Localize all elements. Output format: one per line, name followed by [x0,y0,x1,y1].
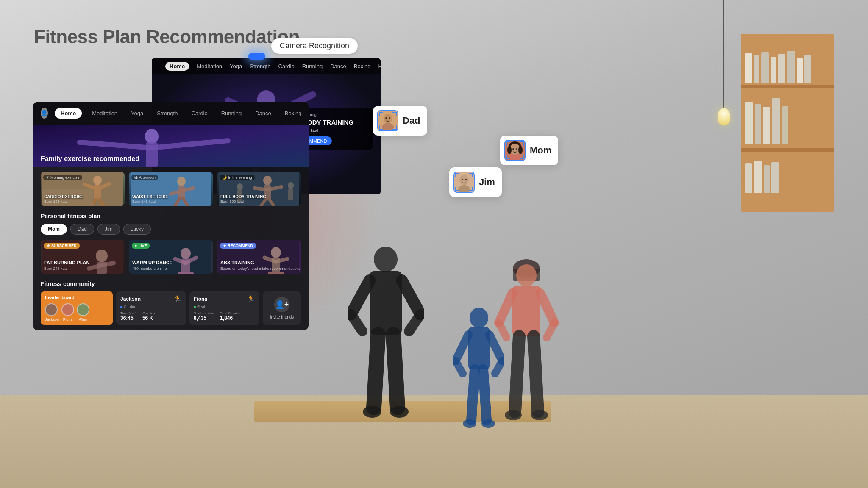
mom-name: Mom [530,145,551,156]
nav-cardio[interactable]: Cardio [188,108,211,119]
jackson-stat-time: Time (min) 36:45 [120,311,136,321]
svg-point-38 [288,182,294,189]
book [754,161,762,193]
svg-line-71 [456,335,468,361]
svg-line-44 [102,263,114,265]
fiona-stat-duration: Total duration 8,435 [194,311,214,321]
svg-point-46 [181,248,191,259]
svg-point-67 [363,406,381,418]
fat-burning-badge: ★ SUBSCRIBED [44,243,80,249]
nav-yoga[interactable]: Yoga [128,108,147,119]
svg-line-65 [374,335,378,408]
jackson-stat-cal: Calories 56 K [142,311,155,321]
nav-meditation[interactable]: Meditation [89,108,121,119]
tv-nav-boxing[interactable]: Boxing [354,63,371,69]
svg-point-8 [145,129,159,144]
tv-nav-dance[interactable]: Dance [330,63,346,69]
invite-label: Invite friends [270,315,294,319]
leaderboard-avatars: Jackson Fiona Allen [45,303,108,322]
leaderboard-title: Leader board [45,295,108,300]
svg-point-59 [374,247,398,272]
afternoon-card-title: WAIST EXERCISE [132,194,168,199]
svg-point-89 [505,410,522,420]
leaderboard-member-1: Jackson [45,303,59,322]
tv-nav: Home Meditation Yoga Strength Cardio Run… [152,58,381,74]
svg-line-88 [534,336,538,412]
book [745,163,752,193]
page-title: Fitness Plan Recommendation [34,26,300,47]
tv-nav-yoga[interactable]: Yoga [230,63,242,69]
nav-dance[interactable]: Dance [252,108,275,119]
svg-line-85 [499,323,506,338]
svg-point-105 [459,175,469,185]
fiona-name: Fiona [194,296,207,302]
afternoon-card-kcal: Burn 145 kcal [132,200,156,204]
plan-card-fat-burning[interactable]: ★ SUBSCRIBED FAT BURNING PLAN Burn 245 k… [41,240,125,274]
exercise-card-evening[interactable]: 🌙 In the evening FULL BODY TRAINING Burn… [217,172,301,206]
morning-time-badge: ☀ Morning exercise [43,175,82,180]
nav-boxing[interactable]: Boxing [281,108,305,119]
jackson-card: Jackson 🏃 Cardio Time (min) 36:45 Calori… [116,291,186,325]
svg-point-101 [512,148,514,150]
morning-card-title: CARDIO EXERCISE [44,194,83,199]
person-dad-silhouette [348,247,424,437]
afternoon-time-badge: 🌤 Afternoon [131,175,158,180]
svg-line-61 [351,280,370,314]
camera-dot [248,53,265,60]
svg-line-75 [471,369,475,420]
leaderboard-card: Leader board Jackson Fiona Allen [41,291,113,325]
invite-icon: 👤+ [274,297,289,312]
tv-nav-hiit[interactable]: HIIT [378,63,381,69]
fat-burning-sub: Burn 245 kcal [44,266,67,271]
fiona-card: Fiona 🏃 Real Total duration 8,435 Total … [189,291,259,325]
nav-running[interactable]: Running [218,108,245,119]
personal-plan-title: Personal fitness plan [41,213,301,219]
tab-jim[interactable]: Jim [97,224,120,235]
tab-mom[interactable]: Mom [41,224,67,235]
dad-avatar [377,110,398,131]
svg-line-84 [540,293,554,323]
svg-line-62 [402,280,420,314]
tv-nav-running[interactable]: Running [302,63,323,69]
svg-line-87 [515,336,519,412]
shelf [741,85,834,88]
plan-cards-row: ★ SUBSCRIBED FAT BURNING PLAN Burn 245 k… [41,240,301,274]
svg-line-64 [409,314,420,331]
tv-nav-strength[interactable]: Strength [250,63,270,69]
book [761,52,769,83]
dad-name: Dad [403,115,420,126]
plan-card-abs[interactable]: ★ RECOMMEND ABS TRAINING Based on today'… [217,240,301,274]
plan-card-warmup[interactable]: ● LIVE WARM UP DANCE 450 members online [129,240,213,274]
abs-sub: Based on today's food intake recommendat… [220,266,300,271]
exercise-cards-row: ☀ Morning exercise CARDIO EXERCISE Burn … [41,172,301,206]
jim-avatar [453,172,475,193]
svg-point-15 [93,176,102,185]
content-area: ☀ Morning exercise CARDIO EXERCISE Burn … [33,167,309,330]
mom-avatar [504,140,526,161]
exercise-card-afternoon[interactable]: 🌤 Afternoon WAIST EXERCISE Burn 145 kcal [129,172,213,206]
tab-dad[interactable]: Dad [70,224,94,235]
tv-nav-cardio[interactable]: Cardio [278,63,294,69]
exercise-card-morning[interactable]: ☀ Morning exercise CARDIO EXERCISE Burn … [41,172,125,206]
book [745,102,753,144]
fiona-stat-cal: Total Calories 1,846 [220,311,240,321]
user-icon: 👤 [41,108,48,119]
nav-strength[interactable]: Strength [153,108,181,119]
community-row: Leader board Jackson Fiona Allen [41,291,301,325]
svg-point-108 [465,179,467,180]
svg-point-30 [263,176,272,185]
book [763,107,770,144]
book [764,165,770,193]
book [787,51,795,83]
tab-lucky[interactable]: Lucky [123,224,151,235]
book [804,55,811,83]
jackson-sport-icon: 🏃 [173,295,182,303]
abs-badge: ★ RECOMMEND [220,243,256,249]
svg-point-41 [96,250,108,262]
invite-card[interactable]: 👤+ Invite friends [263,291,301,325]
tv-nav-home[interactable]: Home [165,62,189,71]
nav-home[interactable]: Home [55,108,82,119]
face-card-jim: Jim [449,167,502,197]
svg-point-78 [481,419,495,428]
tv-nav-meditation[interactable]: Meditation [197,63,222,69]
